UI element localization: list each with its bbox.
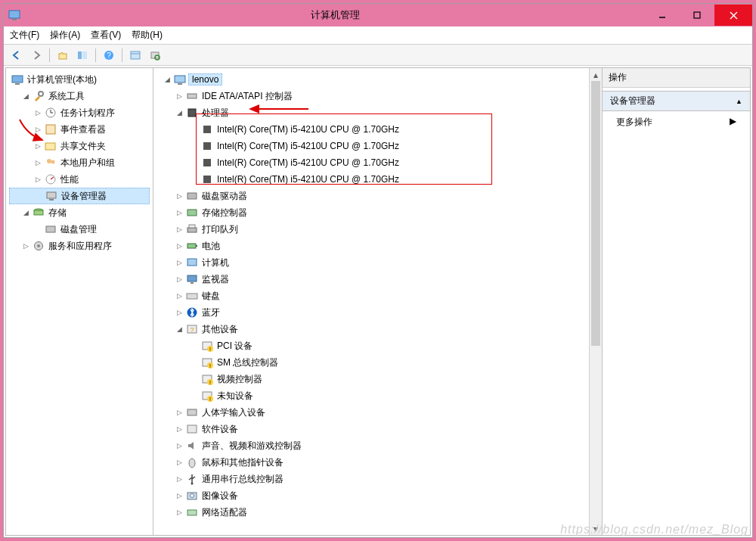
tree-label: 计算机 <box>200 257 231 269</box>
collapse-icon[interactable]: ◢ <box>21 208 30 217</box>
device-keyboard[interactable]: ▷键盘 <box>163 288 587 304</box>
minimize-button[interactable] <box>645 5 680 26</box>
expand-icon[interactable]: ▷ <box>175 508 184 517</box>
view-list-button[interactable] <box>127 47 144 64</box>
device-other-item[interactable]: !SM 总线控制器 <box>163 354 587 371</box>
expand-icon[interactable]: ▷ <box>175 191 184 201</box>
device-root[interactable]: ◢ lenovo <box>163 71 587 88</box>
expand-icon[interactable]: ▷ <box>175 225 184 234</box>
menu-action[interactable]: 操作(A) <box>50 29 80 42</box>
scroll-track[interactable] <box>590 81 602 522</box>
svg-rect-68 <box>187 425 197 433</box>
menu-help[interactable]: 帮助(H) <box>132 29 163 42</box>
device-network[interactable]: ▷网络适配器 <box>163 504 587 521</box>
tree-root[interactable]: 计算机管理(本地) <box>9 71 150 88</box>
expand-icon[interactable]: ▷ <box>33 175 42 184</box>
close-button[interactable] <box>714 5 752 26</box>
scroll-up-button[interactable]: ▴ <box>590 68 602 81</box>
expand-icon[interactable]: ▷ <box>175 208 184 217</box>
device-print-queue[interactable]: ▷打印队列 <box>163 221 587 238</box>
tree-disk-mgmt[interactable]: 磁盘管理 <box>9 221 150 238</box>
actions-more[interactable]: 更多操作 ▶ <box>603 111 750 133</box>
device-computer[interactable]: ▷计算机 <box>163 254 587 271</box>
device-tree[interactable]: ◢ lenovo ▷IDE ATA/ATAPI 控制器 ◢处理器 Intel(R… <box>153 68 602 524</box>
device-cpu-item[interactable]: Intel(R) Core(TM) i5-4210U CPU @ 1.70GHz <box>163 154 587 171</box>
up-button[interactable] <box>54 47 71 64</box>
tree-system-tools[interactable]: ◢ 系统工具 <box>9 88 150 104</box>
svg-rect-6 <box>59 54 67 59</box>
forward-button[interactable] <box>28 47 45 64</box>
console-tree[interactable]: 计算机管理(本地) ◢ 系统工具 ▷ 任务计划程序 ▷ 事件查看器 <box>6 70 153 256</box>
tree-local-users[interactable]: ▷ 本地用户和组 <box>9 154 150 171</box>
expand-icon[interactable]: ▷ <box>175 441 184 450</box>
device-imaging[interactable]: ▷图像设备 <box>163 487 587 504</box>
maximize-button[interactable] <box>680 5 714 26</box>
collapse-icon[interactable]: ◢ <box>175 325 184 334</box>
tree-label: 未知设备 <box>215 390 255 403</box>
device-cpu-item[interactable]: Intel(R) Core(TM) i5-4210U CPU @ 1.70GHz <box>163 171 587 188</box>
device-mouse[interactable]: ▷鼠标和其他指针设备 <box>163 454 587 471</box>
computer-icon <box>174 73 186 86</box>
scroll-thumb[interactable] <box>591 81 600 346</box>
device-sound[interactable]: ▷声音、视频和游戏控制器 <box>163 437 587 454</box>
tree-event-viewer[interactable]: ▷ 事件查看器 <box>9 121 150 138</box>
tree-task-scheduler[interactable]: ▷ 任务计划程序 <box>9 104 150 121</box>
expand-icon[interactable]: ▷ <box>175 424 184 434</box>
collapse-icon[interactable]: ◢ <box>175 108 184 117</box>
show-hide-tree-button[interactable] <box>74 47 91 64</box>
vertical-scrollbar[interactable]: ▴ ▾ <box>589 68 602 535</box>
expand-icon[interactable]: ▷ <box>33 141 42 151</box>
expand-icon[interactable]: ▷ <box>21 241 30 250</box>
tree-device-manager[interactable]: 设备管理器 <box>9 188 150 204</box>
tree-performance[interactable]: ▷ 性能 <box>9 171 150 188</box>
collapse-icon[interactable]: ◢ <box>163 75 172 84</box>
software-icon <box>186 423 198 435</box>
menu-view[interactable]: 查看(V) <box>91 29 121 42</box>
device-bluetooth[interactable]: ▷蓝牙 <box>163 304 587 321</box>
svg-rect-1 <box>12 19 17 20</box>
device-monitor[interactable]: ▷监视器 <box>163 271 587 288</box>
expand-icon[interactable]: ▷ <box>175 291 184 300</box>
expand-icon[interactable]: ▷ <box>175 458 184 467</box>
device-storage-ctrl[interactable]: ▷存储控制器 <box>163 204 587 221</box>
device-battery[interactable]: ▷电池 <box>163 238 587 254</box>
device-disk-drives[interactable]: ▷磁盘驱动器 <box>163 188 587 204</box>
expand-icon[interactable]: ▷ <box>175 491 184 500</box>
tree-shared-folders[interactable]: ▷ 共享文件夹 <box>9 138 150 154</box>
device-usb[interactable]: ▷通用串行总线控制器 <box>163 471 587 487</box>
svg-rect-36 <box>187 94 197 98</box>
device-cpu-item[interactable]: Intel(R) Core(TM) i5-4210U CPU @ 1.70GHz <box>163 138 587 154</box>
device-other-item[interactable]: !视频控制器 <box>163 371 587 387</box>
menu-file[interactable]: 文件(F) <box>10 29 39 42</box>
collapse-icon[interactable]: ◢ <box>21 92 30 101</box>
device-other-item[interactable]: !PCI 设备 <box>163 337 587 354</box>
expand-icon[interactable]: ▷ <box>175 308 184 317</box>
tree-services-apps[interactable]: ▷ 服务和应用程序 <box>9 238 150 254</box>
device-other-item[interactable]: !未知设备 <box>163 387 587 404</box>
scan-button[interactable] <box>147 47 163 64</box>
tree-storage[interactable]: ◢ 存储 <box>9 204 150 221</box>
storage-icon <box>33 207 45 219</box>
device-other[interactable]: ◢?其他设备 <box>163 321 587 337</box>
toolbar-separator <box>122 48 122 62</box>
expand-icon[interactable]: ▷ <box>175 275 184 284</box>
expand-icon[interactable]: ▷ <box>175 408 184 417</box>
tree-label: 存储 <box>47 207 68 219</box>
device-software[interactable]: ▷软件设备 <box>163 421 587 437</box>
expand-icon[interactable]: ▷ <box>33 108 42 117</box>
back-button[interactable] <box>8 47 25 64</box>
actions-section[interactable]: 设备管理器 ▲ <box>603 91 750 111</box>
device-cpu-category[interactable]: ◢处理器 <box>163 104 587 121</box>
expand-icon[interactable]: ▷ <box>175 258 184 267</box>
expand-icon[interactable]: ▷ <box>175 241 184 250</box>
help-button[interactable]: ? <box>101 47 117 64</box>
device-ide[interactable]: ▷IDE ATA/ATAPI 控制器 <box>163 88 587 104</box>
scroll-down-button[interactable]: ▾ <box>590 522 602 535</box>
device-cpu-item[interactable]: Intel(R) Core(TM) i5-4210U CPU @ 1.70GHz <box>163 121 587 138</box>
expand-icon[interactable]: ▷ <box>175 474 184 483</box>
expand-icon[interactable]: ▷ <box>175 92 184 101</box>
expand-icon[interactable]: ▷ <box>33 125 42 134</box>
toolbar-separator <box>95 48 96 62</box>
expand-icon[interactable]: ▷ <box>33 158 42 167</box>
device-hid[interactable]: ▷人体学输入设备 <box>163 404 587 421</box>
